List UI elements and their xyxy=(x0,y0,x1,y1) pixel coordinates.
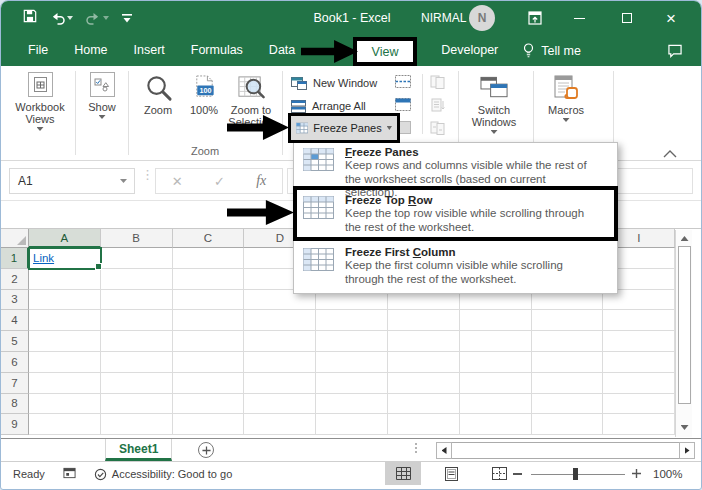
cell-D5[interactable] xyxy=(244,331,316,352)
cell-A9[interactable] xyxy=(29,414,101,435)
record-macro-button[interactable] xyxy=(63,467,76,481)
cell-B4[interactable] xyxy=(101,310,173,331)
cell-D6[interactable] xyxy=(244,352,316,373)
row-header-1[interactable]: 1 xyxy=(1,248,29,269)
scroll-left-button[interactable] xyxy=(436,442,452,459)
cell-E9[interactable] xyxy=(316,414,388,435)
row-header-3[interactable]: 3 xyxy=(1,290,29,311)
show-button[interactable]: Show xyxy=(79,72,125,119)
cell-E4[interactable] xyxy=(316,310,388,331)
cell-A4[interactable] xyxy=(29,310,101,331)
zoom-percentage[interactable]: 100% xyxy=(653,462,682,486)
tab-developer[interactable]: Developer xyxy=(428,35,511,66)
cell-H4[interactable] xyxy=(532,310,604,331)
cell-C7[interactable] xyxy=(173,373,245,394)
page-layout-view-button[interactable] xyxy=(433,462,469,485)
zoom-100-button[interactable]: 100 100% xyxy=(183,72,225,116)
comments-button[interactable] xyxy=(667,44,683,58)
row-header-6[interactable]: 6 xyxy=(1,352,29,373)
select-all-corner[interactable] xyxy=(1,229,29,248)
cell-H6[interactable] xyxy=(532,352,604,373)
cell-A2[interactable] xyxy=(29,269,101,290)
cell-C3[interactable] xyxy=(173,290,245,311)
cell-E8[interactable] xyxy=(316,394,388,415)
column-header-C[interactable]: C xyxy=(173,229,245,248)
sheet-tab-sheet1[interactable]: Sheet1 xyxy=(105,439,172,461)
cell-D4[interactable] xyxy=(244,310,316,331)
tab-data[interactable]: Data xyxy=(256,35,308,66)
cell-H8[interactable] xyxy=(532,394,604,415)
cell-E5[interactable] xyxy=(316,331,388,352)
cell-C1[interactable] xyxy=(173,248,245,269)
cell-A5[interactable] xyxy=(29,331,101,352)
scroll-down-button[interactable] xyxy=(678,421,691,434)
switch-windows-button[interactable]: Switch Windows xyxy=(463,72,525,134)
cell-D8[interactable] xyxy=(244,394,316,415)
avatar[interactable]: N xyxy=(469,5,495,31)
horizontal-scrollbar[interactable] xyxy=(436,442,695,459)
cell-A3[interactable] xyxy=(29,290,101,311)
zoom-in-button[interactable] xyxy=(631,468,642,481)
scroll-right-button[interactable] xyxy=(679,442,695,459)
tab-home[interactable]: Home xyxy=(61,35,120,66)
cell-B6[interactable] xyxy=(101,352,173,373)
menu-item-freeze-top-row[interactable]: Freeze Top Row Keep the top row visible … xyxy=(294,188,617,242)
cell-I9[interactable] xyxy=(603,414,675,435)
vertical-scrollbar[interactable] xyxy=(675,230,692,437)
view-side-by-side-button[interactable] xyxy=(430,74,448,89)
cell-B1[interactable] xyxy=(101,248,173,269)
cell-B9[interactable] xyxy=(101,414,173,435)
cell-I5[interactable] xyxy=(603,331,675,352)
cell-G6[interactable] xyxy=(460,352,532,373)
cell-B7[interactable] xyxy=(101,373,173,394)
cell-D7[interactable] xyxy=(244,373,316,394)
column-header-B[interactable]: B xyxy=(101,229,173,248)
row-header-8[interactable]: 8 xyxy=(1,394,29,415)
cell-C5[interactable] xyxy=(173,331,245,352)
row-header-4[interactable]: 4 xyxy=(1,310,29,331)
collapse-ribbon-button[interactable] xyxy=(663,144,677,162)
cell-H5[interactable] xyxy=(532,331,604,352)
cell-C9[interactable] xyxy=(173,414,245,435)
zoom-out-button[interactable] xyxy=(513,473,522,475)
tab-tell-me[interactable]: Tell me xyxy=(523,43,581,58)
cell-C6[interactable] xyxy=(173,352,245,373)
cell-I7[interactable] xyxy=(603,373,675,394)
zoom-slider-track[interactable] xyxy=(531,474,625,476)
maximize-button[interactable] xyxy=(611,1,643,35)
cell-F4[interactable] xyxy=(388,310,460,331)
row-header-2[interactable]: 2 xyxy=(1,269,29,290)
cell-B2[interactable] xyxy=(101,269,173,290)
enter-icon[interactable]: ✓ xyxy=(214,174,225,189)
tab-formulas[interactable]: Formulas xyxy=(178,35,256,66)
accessibility-status[interactable]: Accessibility: Good to go xyxy=(94,468,232,481)
cell-H7[interactable] xyxy=(532,373,604,394)
insert-function-button[interactable]: fx xyxy=(256,173,266,189)
row-header-9[interactable]: 9 xyxy=(1,414,29,435)
cell-I6[interactable] xyxy=(603,352,675,373)
hide-button[interactable] xyxy=(395,97,413,112)
row-header-7[interactable]: 7 xyxy=(1,373,29,394)
zoom-button[interactable]: Zoom xyxy=(133,72,183,116)
scroll-up-button[interactable] xyxy=(678,232,691,245)
cell-A6[interactable] xyxy=(29,352,101,373)
cell-B8[interactable] xyxy=(101,394,173,415)
minimize-button[interactable] xyxy=(563,1,595,35)
cell-H9[interactable] xyxy=(532,414,604,435)
cell-A1-link[interactable]: Link xyxy=(33,252,54,264)
cell-I8[interactable] xyxy=(603,394,675,415)
split-button[interactable] xyxy=(395,74,413,89)
cell-F6[interactable] xyxy=(388,352,460,373)
formula-bar-grip[interactable]: ⋮ xyxy=(141,171,154,178)
horizontal-scroll-thumb[interactable] xyxy=(452,442,679,459)
vertical-scroll-thumb[interactable] xyxy=(678,246,691,404)
page-break-preview-button[interactable] xyxy=(481,462,517,485)
tab-view-active-annotated[interactable]: View xyxy=(353,37,417,66)
normal-view-button[interactable] xyxy=(385,462,421,485)
workbook-views-button[interactable]: Workbook Views xyxy=(9,72,71,131)
freeze-panes-button[interactable]: Freeze Panes xyxy=(288,113,400,143)
cell-G5[interactable] xyxy=(460,331,532,352)
cell-B5[interactable] xyxy=(101,331,173,352)
ribbon-display-options-button[interactable] xyxy=(519,1,551,35)
tab-scrollbar-grip[interactable] xyxy=(415,443,417,453)
